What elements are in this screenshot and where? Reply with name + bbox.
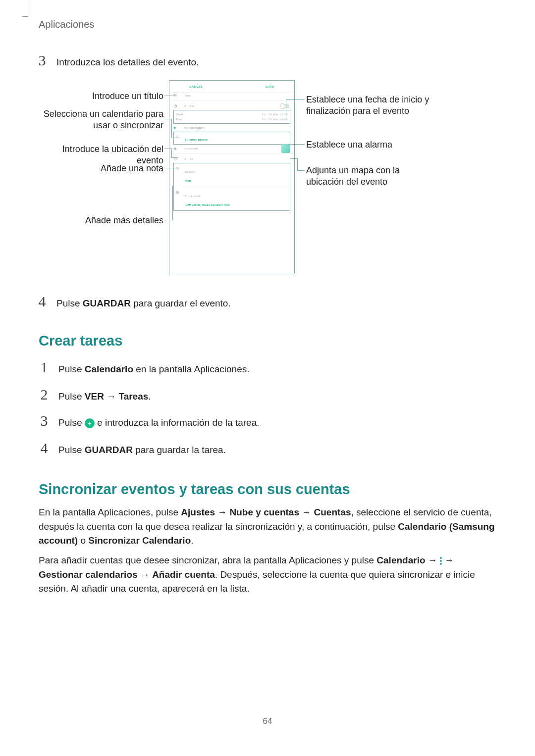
sync-paragraph-1: En la pantalla Aplicaciones, pulse Ajust… <box>39 505 496 548</box>
fig-notes-row: ▭ Notes <box>169 156 294 162</box>
callout-more: Añade más detalles <box>39 215 163 226</box>
step-3-text: Introduzca los detalles del evento. <box>56 57 199 68</box>
step-number: 3 <box>39 412 50 429</box>
step-number: 1 <box>39 359 50 376</box>
fig-mycal: My calendars <box>184 126 205 129</box>
step-number: 3 <box>37 52 48 69</box>
step-text: Pulse + e introduzca la información de l… <box>58 417 260 428</box>
tab-notch <box>22 0 28 17</box>
step-text: Pulse Calendario en la pantalla Aplicaci… <box>58 364 250 375</box>
page-number: 64 <box>263 716 272 726</box>
bell-icon: △ <box>176 134 181 139</box>
fig-title: Title <box>184 94 191 97</box>
fig-notes: Notes <box>184 157 193 160</box>
crear-step-2: 2 Pulse VER → Tareas. <box>39 386 151 403</box>
clock-icon: ◔ <box>173 103 179 109</box>
fig-start-label: Start <box>176 113 183 116</box>
sync-paragraph-2: Para añadir cuentas que desee sincroniza… <box>39 554 496 596</box>
text: Pulse <box>56 298 83 308</box>
fig-header: CANCEL SAVE <box>169 81 294 93</box>
event-form-screenshot: CANCEL SAVE T Title ◔ All day Start Fri,… <box>169 80 295 274</box>
step-number: 4 <box>39 440 50 456</box>
callout-alarm: Establece una alarma <box>306 139 435 151</box>
fig-repeat: Repeat <box>185 170 196 173</box>
cancel-button: CANCEL <box>189 85 203 88</box>
fig-alarm-box: △ 10 mins before <box>173 132 290 145</box>
step-text: Pulse VER → Tareas. <box>58 391 151 402</box>
callout-dates: Establece una fecha de inicio y finaliza… <box>306 94 435 116</box>
crear-step-3: 3 Pulse + e introduzca la información de… <box>39 412 260 429</box>
pin-icon: ◈ <box>173 146 179 151</box>
step-number: 4 <box>37 293 48 310</box>
section-crear-tareas: Crear tareas <box>39 333 122 349</box>
text: para guardar el evento. <box>131 298 231 308</box>
callout-line <box>164 96 177 96</box>
fig-start-date: Fri, 24 Mar 13:00 <box>262 113 288 116</box>
callout-title: Introduce un título <box>39 91 163 102</box>
repeat-icon: ↻ <box>176 166 181 171</box>
step-4: 4 Pulse GUARDAR para guardar el evento. <box>37 293 231 310</box>
fig-alarm: 10 mins before <box>185 138 208 141</box>
globe-icon: ⊕ <box>176 190 181 196</box>
crear-step-4: 4 Pulse GUARDAR para guardar la tarea. <box>39 440 226 456</box>
callout-map: Adjunta un mapa con la ubicación del eve… <box>306 165 435 187</box>
fig-allday-row: ◔ All day <box>169 103 294 109</box>
map-thumbnail <box>281 144 290 153</box>
fig-tz-val: (GMT+09:00) Korea Standard Time <box>185 203 230 206</box>
callout-calendar: Selecciona un calendario para usar o sin… <box>39 108 163 131</box>
add-icon: + <box>85 418 95 428</box>
fig-location-row: ◈ Location <box>169 146 294 151</box>
fig-dates-box: Start Fri, 24 Mar 13:00 End Fri, 24 Mar … <box>173 110 290 124</box>
fig-none: None <box>185 179 192 182</box>
fig-calendar-row: ● My calendars <box>169 125 294 131</box>
callout-note: Añade una nota <box>39 163 163 174</box>
guardar-label: GUARDAR <box>83 298 131 308</box>
fig-tz: Time zone <box>185 195 201 198</box>
fig-end-date: Fri, 24 Mar 14:00 <box>262 118 288 121</box>
step-text: Pulse GUARDAR para guardar la tarea. <box>58 445 226 455</box>
fig-end-label: End <box>176 118 182 121</box>
allday-toggle <box>280 104 289 108</box>
fig-location: Location <box>184 147 198 150</box>
crear-step-1: 1 Pulse Calendario en la pantalla Aplica… <box>39 359 250 376</box>
fig-title-row: T Title <box>169 93 294 99</box>
save-button: SAVE <box>266 85 274 88</box>
section-header: Aplicaciones <box>39 19 94 30</box>
step-4-text: Pulse GUARDAR para guardar el evento. <box>56 298 231 309</box>
fig-allday: All day <box>184 104 195 107</box>
calendar-icon: ● <box>173 125 179 131</box>
fig-more-box: ↻ Repeat None ⊕ Time zone (GMT+09:00) Ko… <box>173 163 290 211</box>
step-number: 2 <box>39 386 50 403</box>
section-sincronizar: Sincronizar eventos y tareas con sus cue… <box>39 481 350 498</box>
step-3: 3 Introduzca los detalles del evento. <box>37 52 199 69</box>
